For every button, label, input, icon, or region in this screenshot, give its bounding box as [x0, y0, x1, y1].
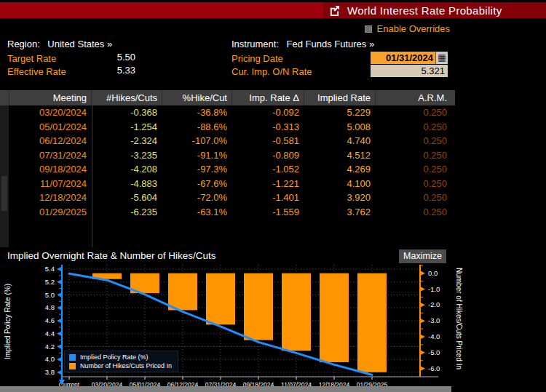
table-cell: 12/18/2024 [9, 191, 91, 205]
table-cell: -2.324 [91, 134, 162, 148]
hikes-bar [282, 273, 311, 351]
page-title: World Interest Rate Probability [347, 4, 502, 17]
right-axis-tick [420, 271, 425, 276]
table-cell: -0.092 [232, 105, 304, 120]
table-cell: 05/01/2024 [9, 120, 91, 135]
table-header: Meeting#Hikes/Cuts%Hike/CutImp. Rate ΔIm… [0, 90, 455, 105]
region-label: Region: [7, 39, 40, 49]
table-cell: 3.762 [304, 205, 375, 220]
hikes-bar [357, 273, 387, 372]
table-cell: 4.269 [304, 162, 375, 177]
table-cell: 11/07/2024 [9, 177, 91, 191]
instrument-value-link[interactable]: Fed Funds Futures » [286, 39, 374, 49]
pricing-date-label: Pricing Date [232, 52, 283, 65]
table-cell: -0.581 [232, 134, 304, 148]
left-axis-tick-label: 5.2 [45, 278, 55, 286]
table-cell: 0.250 [375, 177, 451, 191]
table-cell: -3.235 [91, 148, 162, 163]
rates-table-body: 03/20/2024-0.368-36.8%-0.0925.2290.25005… [0, 105, 455, 219]
row-gutter [0, 148, 9, 163]
header-cell[interactable]: Imp. Rate Δ [232, 90, 304, 105]
legend-item-implied-rate: Implied Policy Rate (%) [69, 353, 172, 361]
left-axis-tick [57, 370, 62, 375]
table-cell: -1.401 [232, 191, 304, 205]
header-cell[interactable]: Implied Rate [304, 90, 375, 105]
instrument-row: Instrument: Fed Funds Futures » [232, 37, 374, 50]
right-axis-tick [420, 303, 425, 308]
hikes-bar [206, 273, 235, 325]
table-cell: 0.250 [375, 205, 451, 220]
table-cell: -6.235 [91, 205, 162, 220]
table-cell: -67.6% [162, 177, 232, 191]
table-cell: -1.254 [91, 120, 162, 135]
table-row[interactable]: 05/01/2024-1.254-88.6%-0.3135.0080.250 [0, 120, 455, 135]
table-cell: 0.250 [375, 148, 451, 163]
hikes-cuts-swatch [69, 363, 76, 369]
table-cell: 0.250 [375, 134, 451, 148]
table-row[interactable]: 06/12/2024-2.324-107.0%-0.5814.7400.250 [0, 134, 455, 148]
left-axis-tick-label: 4.4 [45, 329, 55, 337]
header-cell[interactable]: Meeting [9, 90, 91, 105]
region-value-link[interactable]: United States » [47, 39, 112, 49]
table-cell: 5.229 [304, 105, 375, 120]
right-axis-tick-label: 0.0 [428, 269, 438, 277]
pricing-date-value[interactable]: 01/31/2024 [371, 52, 435, 63]
enable-overrides-checkbox[interactable] [365, 25, 372, 33]
region-row: Region: United States » [7, 37, 112, 50]
table-row[interactable]: 09/18/2024-4.208-97.3%-1.0524.2690.250 [0, 162, 455, 177]
on-rate-field[interactable]: 5.321 [371, 65, 448, 77]
on-rate-label: Cur. Imp. O/N Rate [232, 65, 312, 78]
table-cell: -4.208 [91, 162, 162, 177]
bottom-scrollbar[interactable] [0, 386, 451, 392]
table-cell: 3.920 [304, 191, 375, 205]
on-rate-value: 5.321 [421, 65, 445, 76]
left-axis-tick-label: 4.0 [45, 355, 55, 363]
table-cell: 07/31/2024 [9, 148, 91, 163]
table-cell: -63.1% [162, 205, 232, 220]
header-cell[interactable]: #Hikes/Cuts [91, 90, 162, 105]
row-gutter [0, 120, 9, 135]
legend-item-hikes-cuts: Number of Hikes/Cuts Priced In [69, 362, 172, 369]
table-row[interactable]: 12/18/2024-5.604-72.0%-1.4013.9200.250 [0, 191, 455, 205]
table-row[interactable]: 07/31/2024-3.235-91.1%-0.8094.5120.250 [0, 148, 455, 163]
table-cell: 0.250 [375, 105, 451, 120]
table-row[interactable]: 03/20/2024-0.368-36.8%-0.0925.2290.250 [0, 105, 455, 120]
pricing-date-field[interactable]: 01/31/2024 ▦ [371, 52, 448, 64]
table-cell: -0.809 [232, 148, 304, 163]
chart-title: Implied Overnight Rate & Number of Hikes… [7, 250, 216, 261]
row-gutter [0, 191, 9, 205]
left-axis-tick [57, 279, 62, 284]
table-cell: -72.0% [162, 191, 232, 205]
table-cell: 0.250 [375, 162, 451, 177]
left-axis-tick [57, 331, 62, 336]
table-cell: -97.3% [162, 162, 232, 177]
header-cell[interactable]: %Hike/Cut [162, 90, 232, 105]
right-axis-tick-label: -1.0 [428, 285, 440, 293]
left-axis-tick-label: 4.8 [45, 303, 55, 311]
export-icon[interactable] [329, 5, 340, 16]
left-axis-tick-label: 4.2 [45, 343, 55, 351]
table-row[interactable]: 11/07/2024-4.883-67.6%-1.2214.1000.250 [0, 177, 455, 191]
table-cell: -0.368 [91, 105, 162, 120]
table-cell: -1.052 [232, 162, 304, 177]
calendar-icon[interactable]: ▦ [435, 52, 448, 64]
right-axis-tick-label: -6.0 [428, 364, 440, 372]
row-gutter [0, 162, 9, 177]
table-row[interactable]: 01/29/2025-6.235-63.1%-1.5593.7620.250 [0, 205, 455, 220]
row-gutter [0, 177, 9, 191]
row-gutter [0, 105, 9, 120]
left-axis-tick [57, 267, 62, 272]
table-cell: -88.6% [162, 120, 232, 135]
table-cell: 4.512 [304, 148, 375, 163]
table-cell: 5.008 [304, 120, 375, 135]
left-axis-tick [57, 292, 62, 297]
rates-table: Meeting#Hikes/Cuts%Hike/CutImp. Rate ΔIm… [0, 90, 455, 247]
left-axis-tick-label: 5.4 [45, 265, 55, 273]
header-cell[interactable]: A.R.M. [375, 90, 451, 105]
maximize-button[interactable]: Maximize [399, 249, 446, 263]
left-axis-tick [57, 305, 62, 311]
rate-chart-svg: Current03/20/202405/01/202406/12/202407/… [0, 263, 546, 392]
hikes-bar [244, 273, 273, 340]
left-axis-title: Implied Policy Rate (%) [4, 284, 12, 359]
row-gutter [0, 134, 9, 148]
